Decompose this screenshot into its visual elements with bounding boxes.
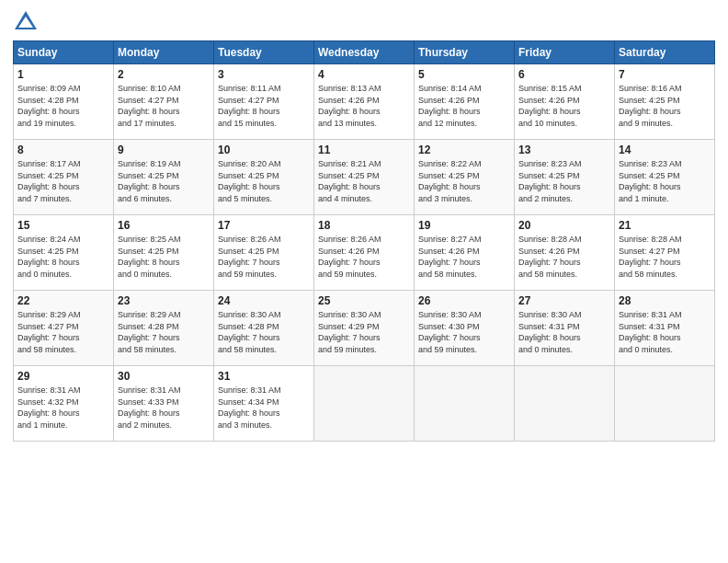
cell-info: Sunrise: 8:26 AM Sunset: 4:26 PM Dayligh… bbox=[318, 234, 410, 280]
calendar-cell: 19Sunrise: 8:27 AM Sunset: 4:26 PM Dayli… bbox=[415, 215, 515, 291]
calendar-table: SundayMondayTuesdayWednesdayThursdayFrid… bbox=[13, 40, 715, 442]
day-number: 18 bbox=[318, 219, 410, 232]
page: SundayMondayTuesdayWednesdayThursdayFrid… bbox=[0, 0, 728, 563]
calendar-cell: 12Sunrise: 8:22 AM Sunset: 4:25 PM Dayli… bbox=[415, 140, 515, 215]
calendar-body: 1Sunrise: 8:09 AM Sunset: 4:28 PM Daylig… bbox=[14, 64, 715, 442]
cell-info: Sunrise: 8:23 AM Sunset: 4:25 PM Dayligh… bbox=[518, 158, 610, 204]
header bbox=[13, 9, 715, 35]
calendar-cell: 1Sunrise: 8:09 AM Sunset: 4:28 PM Daylig… bbox=[14, 64, 114, 140]
day-number: 26 bbox=[418, 294, 510, 307]
day-number: 31 bbox=[218, 370, 310, 383]
cell-info: Sunrise: 8:31 AM Sunset: 4:34 PM Dayligh… bbox=[218, 385, 310, 431]
calendar-cell: 3Sunrise: 8:11 AM Sunset: 4:27 PM Daylig… bbox=[214, 64, 314, 140]
cell-info: Sunrise: 8:20 AM Sunset: 4:25 PM Dayligh… bbox=[218, 158, 310, 204]
day-number: 22 bbox=[17, 294, 109, 307]
cell-info: Sunrise: 8:26 AM Sunset: 4:25 PM Dayligh… bbox=[218, 234, 310, 280]
day-number: 17 bbox=[218, 219, 310, 232]
week-row-4: 22Sunrise: 8:29 AM Sunset: 4:27 PM Dayli… bbox=[14, 291, 715, 366]
day-of-week-saturday: Saturday bbox=[615, 41, 715, 64]
calendar-cell: 8Sunrise: 8:17 AM Sunset: 4:25 PM Daylig… bbox=[14, 140, 114, 215]
calendar-cell bbox=[615, 366, 715, 442]
calendar-cell: 17Sunrise: 8:26 AM Sunset: 4:25 PM Dayli… bbox=[214, 215, 314, 291]
calendar-cell: 29Sunrise: 8:31 AM Sunset: 4:32 PM Dayli… bbox=[14, 366, 114, 442]
day-number: 24 bbox=[218, 294, 310, 307]
day-of-week-tuesday: Tuesday bbox=[214, 41, 314, 64]
cell-info: Sunrise: 8:11 AM Sunset: 4:27 PM Dayligh… bbox=[218, 83, 310, 129]
day-number: 29 bbox=[17, 370, 109, 383]
cell-info: Sunrise: 8:17 AM Sunset: 4:25 PM Dayligh… bbox=[17, 158, 109, 204]
cell-info: Sunrise: 8:30 AM Sunset: 4:31 PM Dayligh… bbox=[518, 309, 610, 355]
calendar-cell: 16Sunrise: 8:25 AM Sunset: 4:25 PM Dayli… bbox=[114, 215, 214, 291]
cell-info: Sunrise: 8:23 AM Sunset: 4:25 PM Dayligh… bbox=[619, 158, 711, 204]
day-of-week-sunday: Sunday bbox=[14, 41, 114, 64]
day-number: 27 bbox=[518, 294, 610, 307]
calendar-cell: 30Sunrise: 8:31 AM Sunset: 4:33 PM Dayli… bbox=[114, 366, 214, 442]
cell-info: Sunrise: 8:31 AM Sunset: 4:31 PM Dayligh… bbox=[619, 309, 711, 355]
cell-info: Sunrise: 8:30 AM Sunset: 4:30 PM Dayligh… bbox=[418, 309, 510, 355]
calendar-cell: 2Sunrise: 8:10 AM Sunset: 4:27 PM Daylig… bbox=[114, 64, 214, 140]
day-number: 11 bbox=[318, 144, 410, 156]
day-number: 14 bbox=[619, 144, 711, 156]
cell-info: Sunrise: 8:19 AM Sunset: 4:25 PM Dayligh… bbox=[118, 158, 210, 204]
calendar-cell: 9Sunrise: 8:19 AM Sunset: 4:25 PM Daylig… bbox=[114, 140, 214, 215]
cell-info: Sunrise: 8:30 AM Sunset: 4:28 PM Dayligh… bbox=[218, 309, 310, 355]
day-number: 5 bbox=[418, 68, 510, 81]
calendar-cell: 4Sunrise: 8:13 AM Sunset: 4:26 PM Daylig… bbox=[314, 64, 415, 140]
day-number: 19 bbox=[418, 219, 510, 232]
day-number: 2 bbox=[118, 68, 210, 81]
week-row-5: 29Sunrise: 8:31 AM Sunset: 4:32 PM Dayli… bbox=[14, 366, 715, 442]
cell-info: Sunrise: 8:21 AM Sunset: 4:25 PM Dayligh… bbox=[318, 158, 410, 204]
week-row-1: 1Sunrise: 8:09 AM Sunset: 4:28 PM Daylig… bbox=[14, 64, 715, 140]
cell-info: Sunrise: 8:10 AM Sunset: 4:27 PM Dayligh… bbox=[118, 83, 210, 129]
cell-info: Sunrise: 8:09 AM Sunset: 4:28 PM Dayligh… bbox=[17, 83, 109, 129]
cell-info: Sunrise: 8:24 AM Sunset: 4:25 PM Dayligh… bbox=[17, 234, 109, 280]
calendar-cell: 26Sunrise: 8:30 AM Sunset: 4:30 PM Dayli… bbox=[415, 291, 515, 366]
calendar-cell: 18Sunrise: 8:26 AM Sunset: 4:26 PM Dayli… bbox=[314, 215, 415, 291]
day-number: 23 bbox=[118, 294, 210, 307]
cell-info: Sunrise: 8:22 AM Sunset: 4:25 PM Dayligh… bbox=[418, 158, 510, 204]
cell-info: Sunrise: 8:30 AM Sunset: 4:29 PM Dayligh… bbox=[318, 309, 410, 355]
cell-info: Sunrise: 8:14 AM Sunset: 4:26 PM Dayligh… bbox=[418, 83, 510, 129]
calendar-cell: 11Sunrise: 8:21 AM Sunset: 4:25 PM Dayli… bbox=[314, 140, 415, 215]
cell-info: Sunrise: 8:25 AM Sunset: 4:25 PM Dayligh… bbox=[118, 234, 210, 280]
cell-info: Sunrise: 8:31 AM Sunset: 4:32 PM Dayligh… bbox=[17, 385, 109, 431]
day-number: 8 bbox=[17, 144, 109, 156]
day-number: 1 bbox=[17, 68, 109, 81]
logo bbox=[13, 9, 42, 35]
cell-info: Sunrise: 8:29 AM Sunset: 4:27 PM Dayligh… bbox=[17, 309, 109, 355]
cell-info: Sunrise: 8:31 AM Sunset: 4:33 PM Dayligh… bbox=[118, 385, 210, 431]
day-number: 20 bbox=[518, 219, 610, 232]
calendar-cell bbox=[314, 366, 415, 442]
day-number: 13 bbox=[518, 144, 610, 156]
logo-icon bbox=[13, 9, 39, 35]
day-of-week-header: SundayMondayTuesdayWednesdayThursdayFrid… bbox=[14, 41, 715, 64]
calendar-cell: 10Sunrise: 8:20 AM Sunset: 4:25 PM Dayli… bbox=[214, 140, 314, 215]
calendar-cell: 21Sunrise: 8:28 AM Sunset: 4:27 PM Dayli… bbox=[615, 215, 715, 291]
calendar-cell: 14Sunrise: 8:23 AM Sunset: 4:25 PM Dayli… bbox=[615, 140, 715, 215]
calendar-cell: 23Sunrise: 8:29 AM Sunset: 4:28 PM Dayli… bbox=[114, 291, 214, 366]
day-number: 28 bbox=[619, 294, 711, 307]
calendar-cell: 5Sunrise: 8:14 AM Sunset: 4:26 PM Daylig… bbox=[415, 64, 515, 140]
day-of-week-friday: Friday bbox=[515, 41, 615, 64]
day-number: 7 bbox=[619, 68, 711, 81]
calendar-cell bbox=[415, 366, 515, 442]
cell-info: Sunrise: 8:28 AM Sunset: 4:26 PM Dayligh… bbox=[518, 234, 610, 280]
week-row-2: 8Sunrise: 8:17 AM Sunset: 4:25 PM Daylig… bbox=[14, 140, 715, 215]
calendar-cell: 31Sunrise: 8:31 AM Sunset: 4:34 PM Dayli… bbox=[214, 366, 314, 442]
cell-info: Sunrise: 8:16 AM Sunset: 4:25 PM Dayligh… bbox=[619, 83, 711, 129]
calendar-cell: 24Sunrise: 8:30 AM Sunset: 4:28 PM Dayli… bbox=[214, 291, 314, 366]
calendar-cell: 28Sunrise: 8:31 AM Sunset: 4:31 PM Dayli… bbox=[615, 291, 715, 366]
calendar-cell: 6Sunrise: 8:15 AM Sunset: 4:26 PM Daylig… bbox=[515, 64, 615, 140]
day-of-week-thursday: Thursday bbox=[415, 41, 515, 64]
cell-info: Sunrise: 8:15 AM Sunset: 4:26 PM Dayligh… bbox=[518, 83, 610, 129]
calendar-cell: 27Sunrise: 8:30 AM Sunset: 4:31 PM Dayli… bbox=[515, 291, 615, 366]
calendar-cell bbox=[515, 366, 615, 442]
day-number: 16 bbox=[118, 219, 210, 232]
cell-info: Sunrise: 8:13 AM Sunset: 4:26 PM Dayligh… bbox=[318, 83, 410, 129]
day-number: 21 bbox=[619, 219, 711, 232]
day-number: 25 bbox=[318, 294, 410, 307]
calendar-cell: 13Sunrise: 8:23 AM Sunset: 4:25 PM Dayli… bbox=[515, 140, 615, 215]
calendar-cell: 15Sunrise: 8:24 AM Sunset: 4:25 PM Dayli… bbox=[14, 215, 114, 291]
day-number: 15 bbox=[17, 219, 109, 232]
day-number: 3 bbox=[218, 68, 310, 81]
